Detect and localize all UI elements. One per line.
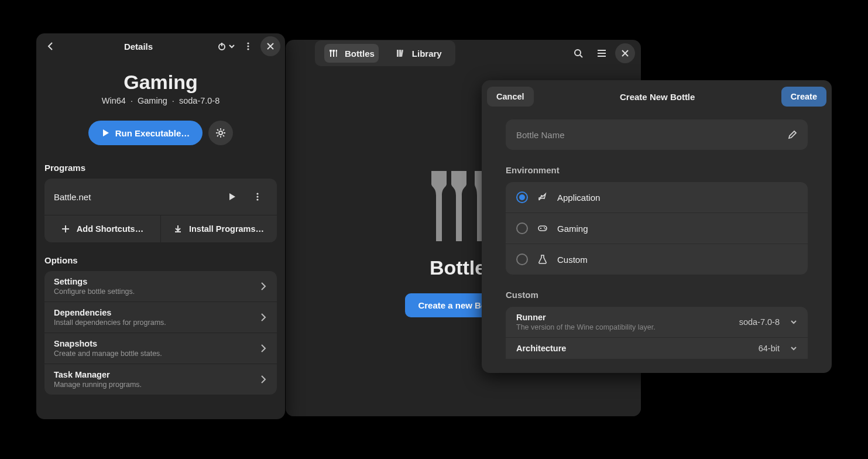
flask-icon (537, 254, 548, 265)
play-icon (101, 129, 109, 137)
download-icon (174, 225, 182, 233)
env-option-label: Application (557, 193, 600, 203)
svg-point-11 (545, 228, 546, 230)
program-play-button[interactable] (222, 187, 242, 207)
env-option-custom[interactable]: Custom (506, 244, 808, 275)
radio-button[interactable] (516, 222, 528, 234)
option-desc: Manage running programs. (54, 381, 253, 389)
tab-library-label: Library (412, 49, 442, 59)
custom-card: Runner The version of the Wine compatibi… (506, 307, 808, 359)
svg-point-0 (575, 50, 581, 56)
program-name: Battle.net (54, 192, 216, 202)
svg-rect-9 (538, 226, 547, 231)
search-button[interactable] (568, 43, 588, 63)
main-close-button[interactable] (615, 43, 635, 63)
bottle-details-window: Details Gaming Win64 · Gaming · (36, 33, 285, 419)
install-programs-button[interactable]: Install Programs… (160, 215, 277, 242)
option-desc: Install dependencies for programs. (54, 318, 253, 327)
bottle-name-field[interactable] (506, 119, 808, 150)
environment-card: Application Gaming Custom (506, 182, 808, 275)
svg-point-10 (544, 227, 545, 228)
runner-value: soda-7.0-8 (739, 317, 780, 327)
main-headerbar: Bottles Library (286, 40, 641, 67)
architecture-row[interactable]: Architecture 64-bit (506, 337, 808, 359)
bottle-env: Gaming (138, 96, 167, 105)
svg-point-2 (247, 42, 249, 44)
create-bottle-dialog: Cancel Create New Bottle Create Environm… (482, 80, 832, 373)
program-row: Battle.net (44, 179, 277, 215)
options-heading: Options (44, 255, 277, 265)
svg-point-5 (219, 131, 222, 135)
radio-button[interactable] (516, 191, 528, 203)
dialog-cancel-button[interactable]: Cancel (487, 87, 534, 107)
chevron-right-icon (259, 282, 267, 290)
back-button[interactable] (41, 36, 61, 56)
env-option-gaming[interactable]: Gaming (506, 213, 808, 244)
option-snapshots[interactable]: Snapshots Create and manage bottle state… (44, 333, 277, 364)
custom-heading: Custom (506, 290, 808, 300)
details-close-button[interactable] (260, 36, 280, 56)
radio-button[interactable] (516, 254, 528, 265)
bottle-name-input[interactable] (516, 130, 782, 140)
option-task-manager[interactable]: Task Manager Manage running programs. (44, 364, 277, 395)
architecture-title: Architecture (516, 344, 753, 353)
dialog-title: Create New Bottle (534, 92, 781, 102)
chevron-right-icon (259, 344, 267, 352)
gear-icon (215, 128, 226, 138)
kebab-menu-button[interactable] (238, 36, 258, 56)
dialog-create-button[interactable]: Create (781, 87, 826, 107)
option-desc: Create and manage bottle states. (54, 350, 253, 358)
power-menu-button[interactable] (216, 36, 236, 56)
hamburger-icon (596, 48, 607, 59)
install-programs-label: Install Programs… (189, 224, 264, 234)
bottle-arch: Win64 (102, 96, 126, 105)
bottle-title: Gaming (44, 71, 277, 94)
programs-heading: Programs (44, 163, 277, 173)
edit-icon (788, 130, 797, 139)
close-icon (622, 50, 629, 57)
option-dependencies[interactable]: Dependencies Install dependencies for pr… (44, 302, 277, 333)
add-shortcuts-label: Add Shortcuts… (77, 224, 143, 234)
programs-card: Battle.net Add Shortcuts… (44, 179, 277, 242)
view-switcher: Bottles Library (315, 40, 455, 66)
option-title: Dependencies (54, 308, 253, 317)
option-settings[interactable]: Settings Configure bottle settings. (44, 271, 277, 302)
kebab-icon (253, 192, 262, 201)
application-icon (537, 192, 548, 203)
chevron-left-icon (46, 42, 56, 51)
option-title: Settings (54, 277, 253, 286)
dialog-headerbar: Cancel Create New Bottle Create (485, 83, 829, 110)
dialog-body: Environment Application Gaming (485, 110, 829, 370)
close-icon (267, 43, 274, 50)
tab-bottles[interactable]: Bottles (324, 44, 379, 63)
env-option-label: Custom (557, 255, 588, 265)
runner-row[interactable]: Runner The version of the Wine compatibi… (506, 307, 808, 337)
search-icon (573, 48, 584, 59)
option-title: Snapshots (54, 339, 253, 348)
chevron-right-icon (259, 375, 267, 383)
details-headerbar: Details (36, 33, 285, 59)
run-executable-button[interactable]: Run Executable… (88, 121, 203, 145)
run-executable-label: Run Executable… (115, 128, 190, 138)
env-option-application[interactable]: Application (506, 182, 808, 213)
architecture-value: 64-bit (759, 344, 780, 353)
chevron-right-icon (259, 313, 267, 321)
environment-heading: Environment (506, 165, 808, 175)
options-card: Settings Configure bottle settings. Depe… (44, 271, 277, 395)
run-settings-button[interactable] (208, 121, 233, 145)
details-header-title: Details (63, 42, 214, 52)
chevron-down-icon (790, 318, 797, 326)
hamburger-menu-button[interactable] (592, 43, 612, 63)
svg-point-8 (256, 198, 258, 200)
details-body: Gaming Win64 · Gaming · soda-7.0-8 Run E… (36, 59, 285, 419)
add-shortcuts-button[interactable]: Add Shortcuts… (44, 215, 160, 242)
bottle-subtitle: Win64 · Gaming · soda-7.0-8 (44, 96, 277, 105)
kebab-icon (243, 42, 253, 51)
program-menu-button[interactable] (248, 187, 267, 207)
chevron-down-icon (229, 43, 235, 49)
bottles-icon (328, 48, 339, 59)
svg-point-6 (256, 193, 258, 194)
option-desc: Configure bottle settings. (54, 287, 253, 296)
svg-point-3 (247, 45, 249, 47)
tab-library[interactable]: Library (392, 44, 446, 63)
